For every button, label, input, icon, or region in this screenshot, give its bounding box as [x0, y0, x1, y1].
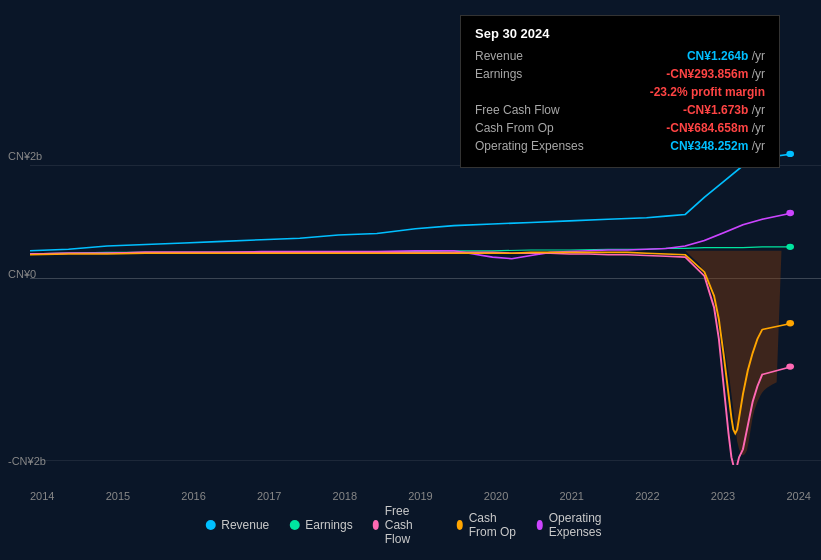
x-axis-labels: 2014 2015 2016 2017 2018 2019 2020 2021 … — [30, 490, 811, 502]
tooltip-profit-margin-value: -23.2% profit margin — [650, 85, 765, 99]
legend-opex-dot — [537, 520, 543, 530]
tooltip-fcf: Free Cash Flow -CN¥1.673b /yr — [475, 103, 765, 117]
legend-revenue-dot — [205, 520, 215, 530]
tooltip-opex-label: Operating Expenses — [475, 139, 584, 153]
legend-earnings-dot — [289, 520, 299, 530]
x-label-2014: 2014 — [30, 490, 54, 502]
legend-cashop-dot — [457, 520, 463, 530]
legend-opex-label: Operating Expenses — [549, 511, 616, 539]
tooltip-earnings-value: -CN¥293.856m /yr — [666, 67, 765, 81]
tooltip-date: Sep 30 2024 — [475, 26, 765, 41]
tooltip-fcf-label: Free Cash Flow — [475, 103, 560, 117]
legend-earnings: Earnings — [289, 518, 352, 532]
legend-revenue: Revenue — [205, 518, 269, 532]
x-label-2017: 2017 — [257, 490, 281, 502]
x-label-2020: 2020 — [484, 490, 508, 502]
x-label-2016: 2016 — [181, 490, 205, 502]
tooltip-revenue-label: Revenue — [475, 49, 523, 63]
fcf-end-dot — [786, 363, 794, 369]
revenue-end-dot — [786, 151, 794, 157]
opex-end-dot — [786, 210, 794, 216]
tooltip-revenue: Revenue CN¥1.264b /yr — [475, 49, 765, 63]
tooltip-profit-margin: -23.2% profit margin — [475, 85, 765, 99]
tooltip-fcf-value: -CN¥1.673b /yr — [683, 103, 765, 117]
tooltip-earnings: Earnings -CN¥293.856m /yr — [475, 67, 765, 81]
x-label-2021: 2021 — [559, 490, 583, 502]
x-label-2024: 2024 — [786, 490, 810, 502]
x-label-2019: 2019 — [408, 490, 432, 502]
legend-earnings-label: Earnings — [305, 518, 352, 532]
tooltip-cashop-label: Cash From Op — [475, 121, 554, 135]
tooltip-cashop: Cash From Op -CN¥684.658m /yr — [475, 121, 765, 135]
legend-opex: Operating Expenses — [537, 511, 616, 539]
x-label-2023: 2023 — [711, 490, 735, 502]
legend-fcf: Free Cash Flow — [373, 504, 437, 546]
tooltip-cashop-value: -CN¥684.658m /yr — [666, 121, 765, 135]
revenue-line — [30, 154, 792, 251]
legend-fcf-label: Free Cash Flow — [385, 504, 437, 546]
x-label-2022: 2022 — [635, 490, 659, 502]
chart-svg — [30, 150, 821, 465]
earnings-end-dot — [786, 244, 794, 250]
tooltip-earnings-label: Earnings — [475, 67, 522, 81]
data-tooltip: Sep 30 2024 Revenue CN¥1.264b /yr Earnin… — [460, 15, 780, 168]
chart-legend: Revenue Earnings Free Cash Flow Cash Fro… — [205, 504, 616, 546]
cashop-line — [30, 252, 792, 433]
x-label-2015: 2015 — [106, 490, 130, 502]
tooltip-opex: Operating Expenses CN¥348.252m /yr — [475, 139, 765, 153]
legend-revenue-label: Revenue — [221, 518, 269, 532]
fcf-line — [30, 252, 792, 465]
tooltip-revenue-value: CN¥1.264b /yr — [687, 49, 765, 63]
tooltip-opex-value: CN¥348.252m /yr — [670, 139, 765, 153]
legend-fcf-dot — [373, 520, 379, 530]
legend-cashop: Cash From Op — [457, 511, 517, 539]
cashop-end-dot — [786, 320, 794, 326]
legend-cashop-label: Cash From Op — [469, 511, 517, 539]
x-label-2018: 2018 — [333, 490, 357, 502]
